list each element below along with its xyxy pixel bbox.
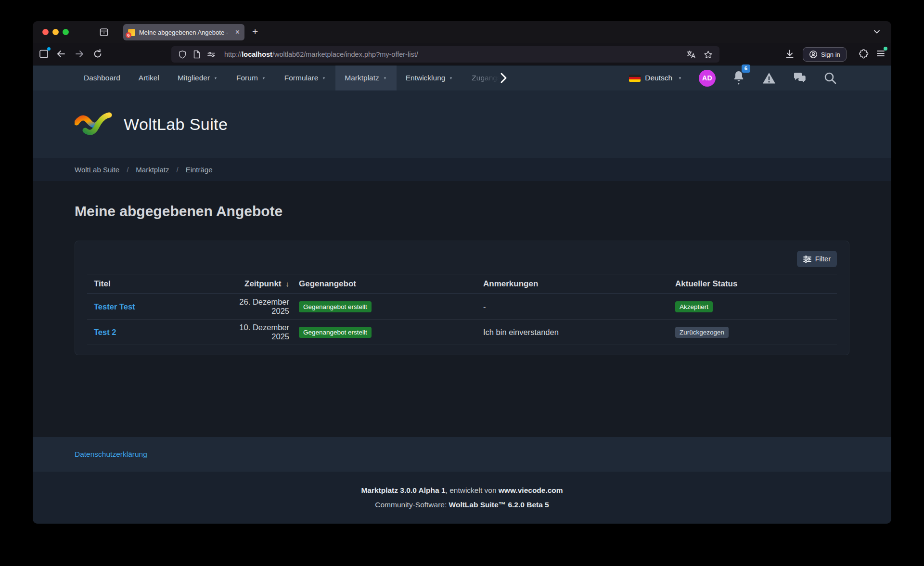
app-menu-notification-dot — [884, 47, 887, 51]
chevron-down-icon: ▼ — [214, 76, 217, 80]
search-button[interactable] — [823, 71, 837, 85]
column-header-titel[interactable]: Titel — [87, 279, 228, 289]
url-scheme: http:// — [224, 51, 242, 58]
back-button[interactable] — [56, 49, 66, 59]
notification-count-badge: 6 — [742, 64, 750, 73]
footer-copyright: Marktplatz 3.0.0 Alpha 1, entwickelt von… — [33, 472, 891, 524]
tab-overview-icon[interactable] — [99, 27, 109, 37]
privacy-policy-link[interactable]: Datenschutzerklärung — [75, 450, 147, 458]
footer-links-bar: Datenschutzerklärung — [33, 437, 891, 472]
nav-item-dashboard[interactable]: Dashboard — [75, 65, 129, 90]
column-header-zeitpunkt[interactable]: Zeitpunkt↓ — [228, 279, 289, 289]
url-text[interactable]: http://localhost/woltlab62/marketplace/i… — [224, 51, 418, 58]
filter-label: Filter — [815, 255, 831, 263]
chevron-down-icon: ▼ — [383, 76, 386, 80]
counter-offer-badge: Gegenangebot erstellt — [299, 327, 372, 338]
moderation-alert-button[interactable] — [762, 72, 776, 85]
downloads-icon[interactable] — [784, 49, 795, 59]
shield-icon[interactable] — [178, 50, 187, 59]
language-label: Deutsch — [645, 74, 672, 82]
tab-close-icon[interactable]: × — [235, 28, 240, 36]
offers-table: Titel Zeitpunkt↓ Gegenangebot Anmerkunge… — [87, 274, 837, 345]
chevron-down-icon: ▼ — [678, 76, 681, 80]
list-tabs-chevron-icon[interactable] — [873, 28, 881, 36]
woltlab-logo-icon[interactable] — [75, 109, 113, 139]
browser-tab[interactable]: 6 Meine abgegebenen Angebote - × — [123, 24, 244, 40]
sign-in-button[interactable]: Sign in — [803, 47, 847, 62]
account-icon — [809, 50, 818, 59]
offer-link[interactable]: Tester Test — [94, 302, 135, 311]
breadcrumb-separator: / — [127, 166, 128, 174]
nav-item-forum[interactable]: Forum▼ — [227, 65, 275, 90]
chevron-down-icon: ▼ — [322, 76, 326, 80]
breadcrumb-bar: WoltLab Suite / Marktplatz / Einträge — [33, 158, 891, 181]
bookmark-star-icon[interactable] — [704, 50, 713, 59]
conversations-button[interactable] — [793, 72, 807, 85]
url-bar[interactable]: http://localhost/woltlab62/marketplace/i… — [171, 46, 719, 63]
filter-button[interactable]: Filter — [797, 251, 837, 267]
url-path: /woltlab62/marketplace/index.php?my-offe… — [272, 51, 418, 58]
offer-note: Ich bin einverstanden — [473, 328, 666, 337]
breadcrumb-item-woltlab-suite[interactable]: WoltLab Suite — [75, 166, 119, 174]
firefox-view-icon[interactable] — [38, 49, 49, 59]
breadcrumb-item-eintraege[interactable]: Einträge — [186, 166, 213, 174]
forward-button[interactable] — [74, 49, 85, 59]
chevron-down-icon: ▼ — [449, 76, 453, 80]
new-tab-button[interactable]: + — [252, 26, 258, 38]
sign-in-label: Sign in — [821, 51, 840, 58]
window-zoom-button[interactable] — [63, 29, 69, 35]
main-content: Meine abgegebenen Angebote Filt — [33, 181, 891, 437]
offer-note: - — [473, 302, 666, 311]
translate-icon[interactable] — [686, 50, 696, 59]
column-header-gegenangebot[interactable]: Gegenangebot — [289, 279, 473, 289]
extensions-icon[interactable] — [859, 49, 869, 59]
notifications-button[interactable]: 6 ▼ — [732, 70, 745, 86]
reload-button[interactable] — [92, 49, 103, 59]
browser-toolbar: http://localhost/woltlab62/marketplace/i… — [33, 43, 891, 65]
nav-item-zugang[interactable]: Zugangs — [462, 74, 501, 82]
user-avatar[interactable]: AD — [699, 70, 716, 87]
offer-date: 10. Dezember 2025 — [228, 323, 289, 341]
nav-item-mitglieder[interactable]: Mitglieder▼ — [168, 65, 227, 90]
favicon-notification-badge: 6 — [126, 32, 131, 38]
window-minimize-button[interactable] — [52, 29, 59, 35]
table-header-row: Titel Zeitpunkt↓ Gegenangebot Anmerkunge… — [87, 274, 837, 294]
tab-bar: 6 Meine abgegebenen Angebote - × + — [33, 21, 891, 43]
breadcrumb-separator: / — [176, 166, 178, 174]
table-row: Test 2 10. Dezember 2025 Gegenangebot er… — [87, 320, 837, 345]
nav-item-formulare[interactable]: Formulare▼ — [275, 65, 336, 90]
site-favicon: 6 — [128, 29, 135, 36]
counter-offer-badge: Gegenangebot erstellt — [299, 301, 372, 312]
sort-descending-icon: ↓ — [286, 280, 290, 288]
column-header-status[interactable]: Aktueller Status — [666, 279, 838, 289]
chevron-down-icon: ▼ — [262, 76, 265, 80]
german-flag-icon — [629, 75, 641, 82]
table-row: Tester Test 26. Dezember 2025 Gegenangeb… — [87, 294, 837, 320]
footer-line-community: Community-Software: WoltLab Suite™ 6.2.0… — [375, 501, 549, 509]
breadcrumb-item-marktplatz[interactable]: Marktplatz — [136, 166, 169, 174]
viecode-link[interactable]: www.viecode.com — [499, 486, 563, 494]
column-header-anmerkungen[interactable]: Anmerkungen — [473, 279, 666, 289]
nav-item-entwicklung[interactable]: Entwicklung▼ — [397, 65, 463, 90]
site-header: WoltLab Suite — [33, 90, 891, 158]
window-close-button[interactable] — [42, 29, 49, 35]
offer-date: 26. Dezember 2025 — [228, 297, 289, 316]
language-selector[interactable]: Deutsch ▼ — [629, 74, 682, 82]
page-content: Dashboard Artikel Mitglieder▼ Forum▼ For… — [33, 65, 891, 524]
page-info-icon[interactable] — [193, 50, 201, 59]
nav-item-artikel[interactable]: Artikel — [129, 65, 168, 90]
status-badge: Zurückgezogen — [675, 327, 729, 338]
filter-sliders-icon — [803, 256, 811, 263]
nav-item-marktplatz[interactable]: Marktplatz▼ — [335, 65, 396, 90]
permissions-icon[interactable] — [207, 51, 216, 58]
footer-line-marketplace: Marktplatz 3.0.0 Alpha 1, entwickelt von… — [361, 486, 563, 495]
page-title: Meine abgegebenen Angebote — [75, 203, 849, 219]
url-host: localhost — [242, 51, 272, 58]
browser-window: 6 Meine abgegebenen Angebote - × + — [33, 21, 891, 524]
main-navigation: Dashboard Artikel Mitglieder▼ Forum▼ For… — [33, 65, 891, 90]
site-title[interactable]: WoltLab Suite — [124, 115, 228, 134]
firefox-view-notification-dot — [47, 47, 51, 51]
offer-link[interactable]: Test 2 — [94, 328, 116, 336]
breadcrumb: WoltLab Suite / Marktplatz / Einträge — [75, 166, 849, 174]
app-menu-icon[interactable] — [876, 49, 886, 58]
